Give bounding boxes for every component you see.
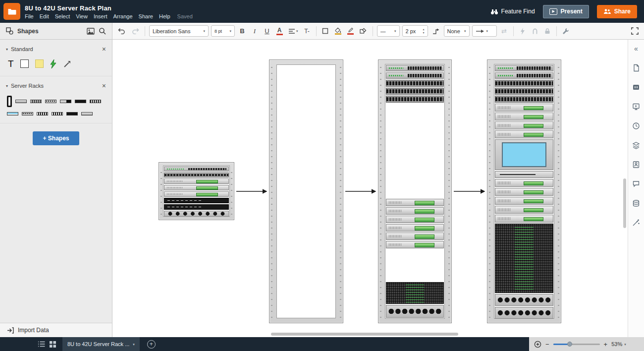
page-grid-icon[interactable] (50, 341, 56, 348)
menu-view[interactable]: View (73, 12, 91, 20)
rack-unit-server[interactable] (164, 178, 229, 184)
shape-thumb-server-unit[interactable] (60, 100, 71, 103)
line-style-select[interactable]: — ▾ (377, 25, 400, 37)
search-icon[interactable] (99, 27, 106, 35)
rack-unit-black[interactable] (164, 198, 229, 203)
text-align-button[interactable]: ▾ (287, 25, 300, 37)
rack-8u[interactable] (159, 162, 234, 220)
italic-button[interactable]: I (250, 25, 260, 37)
zoom-level-select[interactable]: 53% ▾ (611, 341, 626, 347)
shape-thumb-black-unit[interactable] (66, 112, 78, 116)
comments-icon[interactable] (630, 178, 642, 190)
rack-unit-server[interactable] (495, 121, 553, 129)
zoom-fit-icon[interactable] (534, 341, 541, 348)
line-width-stepper[interactable]: 2 px ▴▾ (402, 25, 428, 37)
history-icon[interactable] (630, 120, 642, 132)
font-size-select[interactable]: 8 pt ▾ (211, 25, 235, 37)
menu-file[interactable]: File (22, 12, 37, 20)
menu-select[interactable]: Select (52, 12, 73, 20)
share-button[interactable]: Share (597, 5, 637, 18)
rack-unit-fans[interactable] (495, 294, 553, 306)
rack-unit-disks[interactable] (386, 282, 444, 304)
rack-42u-full[interactable] (487, 59, 561, 323)
rack-unit-server[interactable] (495, 130, 553, 138)
rack-unit-media[interactable] (495, 171, 553, 178)
rack-unit-patch[interactable] (386, 96, 444, 103)
connector-type-button[interactable] (430, 25, 441, 37)
close-icon[interactable]: × (102, 46, 106, 53)
reverse-connector-button[interactable]: ⇄ (499, 25, 509, 37)
rack-unit-server[interactable] (386, 199, 444, 206)
rack-unit-fans[interactable] (495, 307, 553, 319)
shape-thumb-blade-unit[interactable] (75, 100, 86, 103)
zoom-in-button[interactable]: + (604, 341, 608, 348)
section-collapse-icon[interactable]: ▾ (6, 47, 8, 52)
present-panel-icon[interactable] (630, 101, 642, 113)
font-family-select[interactable]: Liberation Sans ▾ (149, 25, 209, 37)
horizontal-scrollbar[interactable] (271, 333, 458, 336)
stepper-arrows-icon[interactable]: ▴▾ (423, 28, 425, 34)
rack-unit-server[interactable] (386, 233, 444, 240)
shape-thumb-rack-frame[interactable] (7, 96, 12, 107)
menu-share[interactable]: Share (136, 12, 156, 20)
more-shapes-button[interactable]: + Shapes (33, 131, 79, 145)
line-start-select[interactable]: None ▾ (444, 25, 470, 37)
rack-unit-server[interactable] (164, 191, 229, 197)
shape-thumb-switch[interactable] (45, 100, 56, 103)
lock-button[interactable] (542, 25, 552, 37)
underline-button[interactable]: U (262, 25, 272, 37)
present-button[interactable]: Present (543, 5, 589, 18)
close-icon[interactable]: × (102, 82, 106, 89)
feature-find-button[interactable]: Feature Find (490, 8, 535, 15)
rack-unit-black[interactable] (164, 204, 229, 210)
app-logo[interactable] (3, 3, 20, 20)
menu-insert[interactable]: Insert (91, 12, 110, 20)
shape-thumb-dot-panel[interactable] (22, 112, 33, 116)
bold-button[interactable]: B (237, 25, 247, 37)
shape-thumb-vent-panel[interactable] (90, 100, 101, 103)
rack-unit-fans[interactable] (164, 211, 229, 217)
text-color-button[interactable]: A (274, 25, 284, 37)
shape-thumb-monitor-unit[interactable] (7, 112, 18, 116)
rack-unit-patch[interactable] (495, 80, 553, 87)
redo-button[interactable] (130, 25, 141, 37)
rack-unit-switch[interactable] (386, 72, 444, 79)
section-collapse-icon[interactable]: ▾ (6, 84, 8, 88)
document-icon[interactable] (630, 62, 642, 74)
rack-unit-server[interactable] (386, 241, 444, 248)
collapse-panel-icon[interactable]: « (630, 43, 642, 55)
menu-arrange[interactable]: Arrange (110, 12, 135, 20)
shape-tool-lightning[interactable] (50, 59, 56, 68)
quick-action-button[interactable] (518, 25, 528, 37)
shape-tool-text[interactable]: T (8, 59, 14, 68)
shape-tool-sticky-note[interactable] (35, 59, 44, 68)
shape-thumb-patch-panel[interactable] (30, 100, 42, 103)
zoom-slider[interactable] (553, 344, 600, 345)
rack-unit-screen[interactable] (495, 139, 553, 170)
rack-42u-empty[interactable] (269, 59, 343, 323)
rack-unit-patch[interactable] (164, 173, 229, 177)
rack-unit-patch[interactable] (386, 88, 444, 95)
shape-tool-rectangle[interactable] (20, 59, 29, 68)
shape-data-icon[interactable] (630, 159, 642, 171)
data-linking-icon[interactable] (630, 197, 642, 209)
shape-outline-button[interactable] (321, 25, 330, 37)
rack-unit-empty[interactable] (386, 249, 444, 281)
zoom-out-button[interactable]: − (545, 341, 549, 348)
rack-unit-server[interactable] (386, 207, 444, 215)
rack-unit-server[interactable] (386, 224, 444, 232)
canvas[interactable] (112, 40, 628, 337)
rack-unit-switch[interactable] (386, 65, 444, 71)
rack-unit-empty[interactable] (386, 104, 444, 198)
rack-unit-server[interactable] (495, 104, 553, 112)
page-list-icon[interactable] (38, 341, 45, 347)
undo-button[interactable] (116, 25, 127, 37)
rack-unit-server[interactable] (495, 188, 553, 196)
rack-unit-patch[interactable] (495, 96, 553, 103)
zoom-slider-handle[interactable] (567, 342, 572, 347)
rack-unit-server[interactable] (495, 206, 553, 214)
slides-icon[interactable] (630, 81, 642, 93)
rack-unit-server[interactable] (495, 215, 553, 223)
shape-tool-arrow[interactable] (63, 59, 72, 68)
rack-unit-patch[interactable] (495, 88, 553, 95)
